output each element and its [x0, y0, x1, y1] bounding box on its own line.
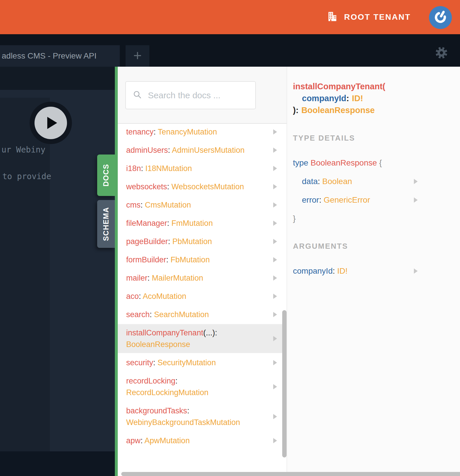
type-field-row[interactable]: data: Boolean: [293, 176, 454, 187]
expand-arrow-icon: [273, 221, 277, 226]
doc-field-row[interactable]: search: SearchMutation: [118, 309, 287, 320]
editor-text-line: to provide: [2, 172, 51, 181]
tab-headless-cms-preview-api[interactable]: adless CMS - Preview API: [0, 45, 120, 67]
expand-arrow-icon: [273, 129, 277, 135]
docs-field-list: tenancy: TenancyMutationadminUsers: Admi…: [118, 124, 287, 446]
type-name[interactable]: BooleanResponse: [311, 158, 377, 167]
doc-field-row[interactable]: aco: AcoMutation: [118, 290, 287, 302]
type-keyword: type: [293, 158, 308, 167]
doc-field-row[interactable]: i18n: I18NMutation: [118, 163, 287, 174]
code-editor-panel: ur Webiny to provide: [0, 98, 50, 451]
field-detail-panel: installCompanyTenant( companyId:ID! ):Bo…: [287, 67, 460, 476]
docs-search-section: [118, 67, 287, 124]
doc-field-row[interactable]: apw: ApwMutation: [118, 435, 287, 446]
editor-top-band: [0, 67, 115, 90]
type-details-header: TYPE DETAILS: [293, 134, 460, 143]
tenant-selector[interactable]: ROOT TENANT: [327, 0, 411, 34]
plus-icon: +: [133, 48, 142, 63]
power-icon: [432, 9, 449, 26]
type-close-brace: }: [293, 214, 296, 223]
arguments-header: ARGUMENTS: [293, 242, 460, 251]
doc-field-row[interactable]: mailer: MailerMutation: [118, 272, 287, 284]
type-fields: data: Booleanerror: GenericError: [293, 176, 460, 206]
user-avatar[interactable]: [429, 6, 452, 29]
gear-icon: [434, 46, 448, 60]
editor-text-line: ur Webiny: [1, 145, 46, 155]
type-field-row[interactable]: error: GenericError: [293, 194, 454, 206]
docs-search-input[interactable]: [147, 90, 249, 101]
expand-arrow-icon: [273, 239, 277, 244]
expand-arrow-icon: [273, 414, 277, 419]
expand-arrow-icon: [273, 166, 277, 171]
signature-arg-name: companyId: [302, 94, 346, 103]
graphql-playground-window: ROOT TENANT adless CMS - Preview API +: [0, 0, 460, 476]
query-editor-area: ur Webiny to provide: [0, 67, 115, 476]
signature-return-type[interactable]: BooleanResponse: [301, 106, 375, 115]
doc-field-row[interactable]: tenancy: TenancyMutation: [118, 126, 287, 138]
expand-arrow-icon: [273, 438, 277, 443]
expand-arrow-icon: [273, 360, 277, 365]
top-bar: ROOT TENANT: [0, 0, 460, 34]
doc-field-row[interactable]: installCompanyTenant(...):BooleanRespons…: [118, 324, 287, 353]
expand-arrow-icon: [414, 197, 418, 203]
expand-arrow-icon: [273, 148, 277, 153]
doc-field-row[interactable]: backgroundTasks:WebinyBackgroundTaskMuta…: [118, 405, 287, 428]
editor-background: ur Webiny to provide: [0, 90, 115, 451]
tab-schema[interactable]: SCHEMA: [97, 200, 115, 248]
doc-field-row[interactable]: recordLocking:RecordLockingMutation: [118, 375, 287, 398]
doc-field-row[interactable]: security: SecurityMutation: [118, 357, 287, 368]
building-icon: [327, 11, 338, 23]
doc-field-row[interactable]: websockets: WebsocketsMutation: [118, 181, 287, 192]
expand-arrow-icon: [273, 384, 277, 389]
docs-explorer-panel: tenancy: TenancyMutationadminUsers: Admi…: [115, 67, 287, 476]
expand-arrow-icon: [273, 294, 277, 299]
signature-arg-type[interactable]: ID!: [352, 94, 363, 103]
expand-arrow-icon: [273, 275, 277, 281]
signature-field-name: installCompanyTenant(: [293, 82, 385, 91]
settings-button[interactable]: [434, 46, 448, 60]
doc-field-row[interactable]: adminUsers: AdminUsersMutation: [118, 144, 287, 156]
docs-vertical-scrollbar[interactable]: [282, 310, 287, 457]
search-icon: [133, 90, 142, 101]
tenant-label: ROOT TENANT: [344, 12, 411, 22]
play-icon: [35, 107, 67, 139]
doc-field-row[interactable]: fileManager: FmMutation: [118, 217, 287, 229]
tab-bar: adless CMS - Preview API +: [0, 34, 460, 67]
expand-arrow-icon: [273, 202, 277, 208]
expand-arrow-icon: [414, 268, 418, 274]
expand-arrow-icon: [273, 257, 277, 262]
argument-row[interactable]: companyId: ID!: [293, 265, 454, 277]
expand-arrow-icon: [414, 179, 418, 184]
doc-field-row[interactable]: formBuilder: FbMutation: [118, 254, 287, 266]
type-definition-line: type BooleanResponse {: [293, 157, 454, 169]
tab-docs[interactable]: DOCS: [97, 155, 115, 196]
docs-search-box[interactable]: [125, 81, 256, 109]
expand-arrow-icon: [273, 312, 277, 317]
schema-tab-label: SCHEMA: [102, 207, 110, 241]
workspace: ur Webiny to provide DOCS SCHEMA: [0, 67, 460, 476]
video-play-button[interactable]: [30, 102, 72, 144]
doc-field-row[interactable]: pageBuilder: PbMutation: [118, 236, 287, 247]
tab-title: adless CMS - Preview API: [0, 51, 97, 61]
doc-field-row[interactable]: cms: CmsMutation: [118, 199, 287, 211]
docs-tab-label: DOCS: [102, 164, 110, 186]
new-tab-button[interactable]: +: [126, 45, 149, 67]
field-signature: installCompanyTenant( companyId:ID! ):Bo…: [293, 81, 460, 116]
arguments-list: companyId: ID!: [293, 265, 460, 277]
expand-arrow-icon: [273, 184, 277, 189]
expand-arrow-icon: [273, 336, 277, 341]
horizontal-scrollbar[interactable]: [121, 472, 460, 476]
